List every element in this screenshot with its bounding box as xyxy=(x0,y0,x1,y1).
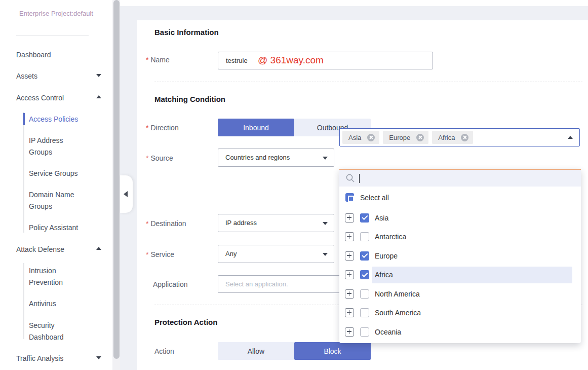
sidebar-divider xyxy=(16,35,89,36)
chevron-down-icon xyxy=(323,157,328,160)
source-type-value: Countries and regions xyxy=(225,154,290,161)
regions-dropdown-panel: Select all Asia Antarctica Europe Africa… xyxy=(339,169,581,343)
chevron-up-icon[interactable] xyxy=(96,247,101,250)
remove-tag-icon[interactable] xyxy=(367,134,375,141)
chevron-down-icon[interactable] xyxy=(96,356,101,359)
sidebar-item-ip-address-groups[interactable]: IP Address Groups xyxy=(29,135,85,158)
sidebar-item-dashboard[interactable]: Dashboard xyxy=(16,49,104,61)
option-south-america[interactable]: South America xyxy=(339,304,581,323)
required-marker: * xyxy=(146,250,148,258)
direction-label: *Direction xyxy=(146,124,179,132)
sidebar-item-attack-defense[interactable]: Attack Defense xyxy=(16,244,104,255)
tag-europe: Europe xyxy=(383,131,428,144)
section-title-basic-information: Basic Information xyxy=(154,28,219,36)
tag-label: Europe xyxy=(389,134,410,141)
option-label: North America xyxy=(375,290,420,298)
expand-plus-icon[interactable] xyxy=(345,289,354,299)
option-label: Antarctica xyxy=(375,233,406,241)
service-select[interactable]: Any xyxy=(218,245,334,263)
tag-asia: Asia xyxy=(342,131,379,144)
region-search-input[interactable] xyxy=(339,170,581,187)
section-title-matching-condition: Matching Condition xyxy=(154,95,225,103)
option-label: Oceania xyxy=(375,328,401,336)
required-marker: * xyxy=(146,124,148,132)
required-marker: * xyxy=(146,154,148,162)
name-label: *Name xyxy=(146,56,170,64)
action-label: Action xyxy=(154,347,174,355)
sidebar-item-antivirus[interactable]: Antivirus xyxy=(29,298,85,310)
submenu-guideline xyxy=(23,112,24,233)
sidebar-item-service-groups[interactable]: Service Groups xyxy=(29,168,85,179)
expand-plus-icon[interactable] xyxy=(345,308,354,317)
checkbox-checked[interactable] xyxy=(360,213,369,223)
service-value: Any xyxy=(225,250,237,257)
destination-label: *Destination xyxy=(146,219,186,228)
required-marker: * xyxy=(146,219,148,228)
option-europe[interactable]: Europe xyxy=(339,246,581,266)
expand-plus-icon[interactable] xyxy=(345,270,354,279)
expand-plus-icon[interactable] xyxy=(345,327,354,337)
source-type-select[interactable]: Countries and regions xyxy=(218,149,334,167)
option-oceania[interactable]: Oceania xyxy=(339,322,581,342)
sidebar-item-assets[interactable]: Assets xyxy=(16,70,104,82)
sidebar-scrollbar-thumb[interactable] xyxy=(113,0,120,359)
tag-africa: Africa xyxy=(432,131,473,144)
option-africa[interactable]: Africa xyxy=(339,266,581,285)
option-label: Asia xyxy=(375,214,388,222)
source-label: *Source xyxy=(146,154,173,162)
remove-tag-icon[interactable] xyxy=(416,134,424,141)
chevron-down-icon[interactable] xyxy=(96,74,101,77)
chevron-up-icon[interactable] xyxy=(568,136,573,139)
option-label: Africa xyxy=(375,271,393,279)
text-cursor xyxy=(359,174,360,183)
inbound-button[interactable]: Inbound xyxy=(218,119,294,136)
application-input[interactable] xyxy=(218,275,360,293)
expand-plus-icon[interactable] xyxy=(345,251,354,261)
sidebar-item-domain-name-groups[interactable]: Domain Name Groups xyxy=(29,189,85,212)
chevron-down-icon xyxy=(323,222,328,225)
sidebar-item-access-policies[interactable]: Access Policies xyxy=(29,114,85,125)
option-asia[interactable]: Asia xyxy=(339,208,581,228)
name-input[interactable]: testrule @ 361way.com xyxy=(218,52,433,69)
expand-plus-icon[interactable] xyxy=(345,213,354,223)
sidebar-item-access-control[interactable]: Access Control xyxy=(16,92,104,104)
remove-tag-icon[interactable] xyxy=(461,134,468,141)
checkbox-unchecked[interactable] xyxy=(360,289,369,299)
submenu-guideline xyxy=(23,263,24,339)
expand-plus-icon[interactable] xyxy=(345,232,354,241)
collapse-left-icon xyxy=(124,191,128,197)
destination-type-value: IP address xyxy=(225,219,257,227)
action-toggle: Allow Block xyxy=(218,342,371,360)
checkbox-unchecked[interactable] xyxy=(360,327,369,337)
select-all-option[interactable]: Select all xyxy=(339,187,581,208)
checkbox-checked[interactable] xyxy=(360,270,369,279)
search-icon xyxy=(345,173,355,183)
sidebar-item-policy-assistant[interactable]: Policy Assistant xyxy=(29,222,85,234)
sidebar-item-traffic-analysis[interactable]: Traffic Analysis xyxy=(16,353,104,364)
sidebar-scrollbar-track[interactable] xyxy=(112,0,120,370)
required-marker: * xyxy=(146,56,148,64)
name-value: testrule xyxy=(226,57,248,64)
source-regions-multiselect[interactable]: Asia Europe Africa xyxy=(339,128,580,146)
block-button[interactable]: Block xyxy=(294,342,371,360)
section-title-protection-action: Protection Action xyxy=(154,318,217,326)
checkbox-unchecked[interactable] xyxy=(360,308,369,317)
chevron-up-icon[interactable] xyxy=(96,95,101,98)
highlighted-row-band xyxy=(372,267,572,284)
tag-label: Asia xyxy=(348,134,361,141)
allow-button[interactable]: Allow xyxy=(218,342,294,360)
option-antarctica[interactable]: Antarctica xyxy=(339,228,581,247)
tag-label: Africa xyxy=(438,134,455,141)
option-north-america[interactable]: North America xyxy=(339,284,581,304)
checkbox-unchecked[interactable] xyxy=(360,232,369,241)
checkbox-checked[interactable] xyxy=(360,251,369,261)
sidebar-item-security-dashboard[interactable]: Security Dashboard xyxy=(29,320,85,343)
sidebar-item-intrusion-prevention[interactable]: Intrusion Prevention xyxy=(29,265,85,288)
destination-type-select[interactable]: IP address xyxy=(218,214,334,232)
chevron-down-icon xyxy=(323,253,328,256)
select-all-checkbox[interactable] xyxy=(345,193,354,202)
sidebar-collapse-button[interactable] xyxy=(120,175,133,213)
select-all-label: Select all xyxy=(360,194,389,202)
watermark-text: @ 361way.com xyxy=(258,55,324,66)
page: Enterprise Project:default Dashboard Ass… xyxy=(0,0,588,370)
